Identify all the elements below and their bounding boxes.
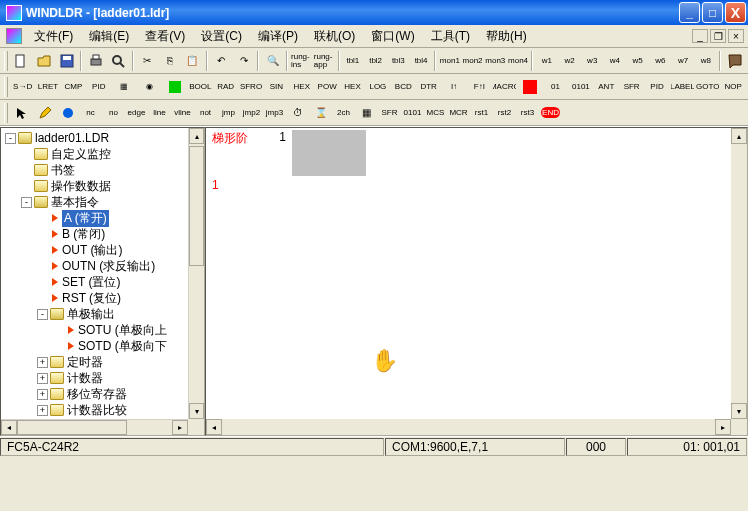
tree-vscroll[interactable]: ▴ ▾ (188, 128, 204, 419)
tree-item-6[interactable]: OUT (输出) (3, 242, 204, 258)
tool-mon4[interactable]: mon4 (507, 50, 530, 72)
tree-item-2[interactable]: 操作数数据 (3, 178, 204, 194)
tool-jmp2[interactable]: jmp2 (240, 102, 263, 124)
scroll-up[interactable]: ▴ (189, 128, 204, 144)
tool-w6[interactable]: w6 (649, 50, 672, 72)
tree-item-4[interactable]: A (常开) (3, 210, 204, 226)
menu-online[interactable]: 联机(O) (306, 26, 363, 47)
tool-SFR[interactable]: SFR (378, 102, 401, 124)
tool-open[interactable] (33, 50, 56, 72)
tool-0101[interactable]: 0101 (568, 76, 593, 98)
tree-item-13[interactable]: +定时器 (3, 354, 204, 370)
tool-tbl1[interactable]: tbl1 (342, 50, 365, 72)
tool-blk[interactable]: ▦ (355, 102, 378, 124)
tool-timer[interactable]: ⏱ (286, 102, 309, 124)
tool-RAD[interactable]: RAD (213, 76, 238, 98)
expand-icon[interactable]: + (37, 357, 48, 368)
tool-line[interactable]: line (148, 102, 171, 124)
tree-item-8[interactable]: SET (置位) (3, 274, 204, 290)
scroll-right[interactable]: ▸ (172, 420, 188, 435)
tool-mon2[interactable]: mon2 (461, 50, 484, 72)
tool-redo[interactable]: ↷ (233, 50, 256, 72)
tool-grn[interactable] (162, 76, 187, 98)
tree-item-1[interactable]: 书签 (3, 162, 204, 178)
tool-rung-ins[interactable]: rung-ins (290, 50, 313, 72)
menu-edit[interactable]: 编辑(E) (81, 26, 137, 47)
tool-jmp[interactable]: jmp (217, 102, 240, 124)
tool-w2[interactable]: w2 (558, 50, 581, 72)
tree-item-9[interactable]: RST (复位) (3, 290, 204, 306)
tool-w4[interactable]: w4 (604, 50, 627, 72)
expand-icon[interactable]: + (37, 389, 48, 400)
tool-jmp3[interactable]: jmp3 (263, 102, 286, 124)
tool-mon3[interactable]: mon3 (484, 50, 507, 72)
tool-cut[interactable]: ✂ (136, 50, 159, 72)
tool-not[interactable]: not (194, 102, 217, 124)
mdi-minimize[interactable]: _ (692, 29, 708, 43)
tree-item-10[interactable]: -单极输出 (3, 306, 204, 322)
tool-MCR[interactable]: MCR (447, 102, 470, 124)
tree-item-14[interactable]: +计数器 (3, 370, 204, 386)
tool-copy[interactable]: ⎘ (158, 50, 181, 72)
tool-MACRO[interactable]: MACRO (492, 76, 517, 98)
tool-PID[interactable]: PID (644, 76, 669, 98)
tool-mon1[interactable]: mon1 (438, 50, 461, 72)
tree-item-12[interactable]: SOTD (单极向下 (3, 338, 204, 354)
mdi-restore[interactable]: ❐ (710, 29, 726, 43)
tool-rung-app[interactable]: rung-app (313, 50, 336, 72)
tool-END[interactable]: END (539, 102, 562, 124)
tool-SFRO[interactable]: SFRO (238, 76, 263, 98)
tool-rst2[interactable]: rst2 (493, 102, 516, 124)
menu-help[interactable]: 帮助(H) (478, 26, 535, 47)
tool-LRET[interactable]: LRET (35, 76, 60, 98)
tool-paste[interactable]: 📋 (181, 50, 204, 72)
expand-icon[interactable]: + (37, 405, 48, 416)
tool-w5[interactable]: w5 (626, 50, 649, 72)
menu-settings[interactable]: 设置(C) (193, 26, 250, 47)
menu-compile[interactable]: 编译(P) (250, 26, 306, 47)
minimize-button[interactable]: _ (679, 2, 700, 23)
tree-item-0[interactable]: 自定义监控 (3, 146, 204, 162)
tool-no[interactable]: no (102, 102, 125, 124)
tree-item-11[interactable]: SOTU (单极向上 (3, 322, 204, 338)
editor-hscroll[interactable]: ◂ ▸ (206, 419, 731, 435)
tool-new[interactable] (10, 50, 33, 72)
expand-icon[interactable]: - (37, 309, 48, 320)
tool-vline[interactable]: vline (171, 102, 194, 124)
ladder-editor[interactable]: 梯形阶 1 1 ✋ ▴ ▾ ◂ ▸ (205, 127, 748, 436)
tool-SIN[interactable]: SIN (264, 76, 289, 98)
tool-w7[interactable]: w7 (672, 50, 695, 72)
tool-LOG[interactable]: LOG (365, 76, 390, 98)
tool-hour[interactable]: ⌛ (309, 102, 332, 124)
tool-NOP[interactable]: NOP (720, 76, 745, 98)
tool-coil[interactable] (56, 102, 79, 124)
tool-PID[interactable]: PID (86, 76, 111, 98)
tool-tbl3[interactable]: tbl3 (387, 50, 410, 72)
tool-tbl4[interactable]: tbl4 (410, 50, 433, 72)
editor-scroll-up[interactable]: ▴ (731, 128, 747, 144)
tool-print[interactable] (84, 50, 107, 72)
tool-w3[interactable]: w3 (581, 50, 604, 72)
menu-window[interactable]: 窗口(W) (363, 26, 422, 47)
tool-GOTO[interactable]: GOTO (695, 76, 720, 98)
tool-edge[interactable]: edge (125, 102, 148, 124)
tool-MCS[interactable]: MCS (424, 102, 447, 124)
tool-arrow[interactable] (10, 102, 33, 124)
mdi-close[interactable]: × (728, 29, 744, 43)
editor-scroll-right[interactable]: ▸ (715, 419, 731, 435)
tool-HEX[interactable]: HEX (340, 76, 365, 98)
tree-item-15[interactable]: +移位寄存器 (3, 386, 204, 402)
tool-CMP[interactable]: CMP (61, 76, 86, 98)
expand-icon[interactable]: - (21, 197, 32, 208)
tool-ANT[interactable]: ANT (594, 76, 619, 98)
tool-undo[interactable]: ↶ (210, 50, 233, 72)
tool-pencil[interactable] (33, 102, 56, 124)
tool-blk[interactable]: ▦ (111, 76, 136, 98)
tool-rst3[interactable]: rst3 (516, 102, 539, 124)
maximize-button[interactable]: □ (702, 2, 723, 23)
tool-RED[interactable] (517, 76, 542, 98)
tool-nc[interactable]: nc (79, 102, 102, 124)
tool-0101[interactable]: 0101 (401, 102, 424, 124)
menu-file[interactable]: 文件(F) (26, 26, 81, 47)
tool-LABEL[interactable]: LABEL (670, 76, 695, 98)
